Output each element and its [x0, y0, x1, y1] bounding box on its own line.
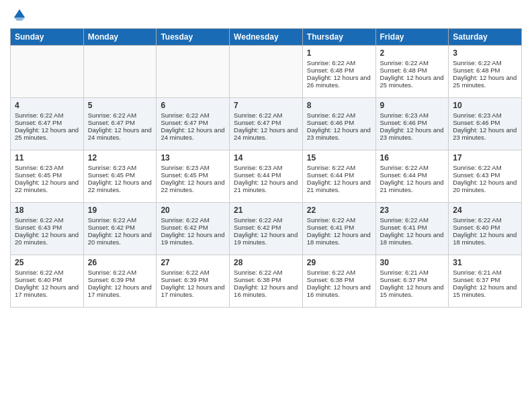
day-cell: 19Sunrise: 6:22 AMSunset: 6:42 PMDayligh… [83, 203, 157, 255]
daylight-text: Daylight: 12 hours and 23 minutes. [307, 126, 371, 141]
daylight-text: Daylight: 12 hours and 21 minutes. [234, 179, 298, 193]
header [10, 7, 522, 23]
sunrise-text: Sunrise: 6:23 AM [234, 164, 282, 171]
svg-marker-1 [14, 9, 25, 21]
sunrise-text: Sunrise: 6:22 AM [453, 164, 501, 171]
col-header-tuesday: Tuesday [157, 29, 230, 46]
sunset-text: Sunset: 6:37 PM [453, 276, 500, 283]
sunrise-text: Sunrise: 6:22 AM [234, 269, 282, 276]
sunrise-text: Sunrise: 6:22 AM [15, 269, 63, 276]
day-cell: 5Sunrise: 6:22 AMSunset: 6:47 PMDaylight… [83, 98, 157, 150]
daylight-text: Daylight: 12 hours and 24 minutes. [161, 126, 224, 141]
day-number: 15 [307, 153, 371, 163]
day-cell: 12Sunrise: 6:23 AMSunset: 6:45 PMDayligh… [83, 150, 157, 203]
daylight-text: Daylight: 12 hours and 18 minutes. [380, 231, 444, 246]
sunset-text: Sunset: 6:42 PM [88, 224, 135, 231]
day-cell: 3Sunrise: 6:22 AMSunset: 6:48 PMDaylight… [449, 46, 522, 98]
sunrise-text: Sunrise: 6:22 AM [15, 111, 63, 119]
day-cell: 6Sunrise: 6:22 AMSunset: 6:47 PMDaylight… [157, 98, 230, 150]
day-number: 7 [234, 101, 298, 110]
sunset-text: Sunset: 6:47 PM [161, 119, 208, 126]
sunrise-text: Sunrise: 6:23 AM [161, 164, 209, 171]
header-row: SundayMondayTuesdayWednesdayThursdayFrid… [11, 29, 522, 46]
daylight-text: Daylight: 12 hours and 20 minutes. [453, 179, 517, 193]
day-number: 30 [380, 258, 445, 267]
day-number: 19 [88, 205, 152, 215]
sunrise-text: Sunrise: 6:21 AM [453, 269, 501, 276]
col-header-thursday: Thursday [302, 29, 375, 46]
day-cell: 11Sunrise: 6:23 AMSunset: 6:45 PMDayligh… [11, 150, 84, 203]
day-number: 17 [453, 153, 517, 163]
day-cell: 14Sunrise: 6:23 AMSunset: 6:44 PMDayligh… [230, 150, 303, 203]
day-cell: 16Sunrise: 6:22 AMSunset: 6:44 PMDayligh… [375, 150, 449, 203]
day-number: 20 [161, 205, 225, 215]
day-cell: 20Sunrise: 6:22 AMSunset: 6:42 PMDayligh… [157, 203, 230, 255]
sunrise-text: Sunrise: 6:22 AM [380, 216, 429, 224]
daylight-text: Daylight: 12 hours and 26 minutes. [307, 74, 371, 89]
daylight-text: Daylight: 12 hours and 15 minutes. [453, 283, 517, 298]
daylight-text: Daylight: 12 hours and 17 minutes. [15, 283, 79, 298]
sunset-text: Sunset: 6:40 PM [453, 224, 500, 231]
day-number: 1 [307, 48, 371, 58]
daylight-text: Daylight: 12 hours and 23 minutes. [453, 126, 517, 141]
day-cell: 2Sunrise: 6:22 AMSunset: 6:48 PMDaylight… [375, 46, 449, 98]
day-cell [230, 46, 303, 98]
day-number: 25 [15, 258, 79, 267]
day-number: 5 [88, 101, 152, 110]
daylight-text: Daylight: 12 hours and 15 minutes. [380, 283, 444, 298]
sunset-text: Sunset: 6:40 PM [15, 276, 62, 283]
day-cell: 27Sunrise: 6:22 AMSunset: 6:39 PMDayligh… [157, 255, 230, 308]
day-number: 16 [380, 153, 445, 163]
sunrise-text: Sunrise: 6:22 AM [88, 216, 136, 224]
sunset-text: Sunset: 6:37 PM [380, 276, 427, 283]
sunset-text: Sunset: 6:46 PM [453, 119, 500, 126]
day-number: 4 [15, 101, 79, 110]
daylight-text: Daylight: 12 hours and 19 minutes. [161, 231, 224, 246]
day-number: 28 [234, 258, 298, 267]
day-cell: 26Sunrise: 6:22 AMSunset: 6:39 PMDayligh… [83, 255, 157, 308]
daylight-text: Daylight: 12 hours and 24 minutes. [234, 126, 298, 141]
sunset-text: Sunset: 6:42 PM [234, 224, 281, 231]
sunset-text: Sunset: 6:43 PM [453, 171, 500, 179]
daylight-text: Daylight: 12 hours and 17 minutes. [161, 283, 224, 298]
col-header-saturday: Saturday [449, 29, 522, 46]
day-cell: 29Sunrise: 6:22 AMSunset: 6:38 PMDayligh… [302, 255, 375, 308]
day-number: 27 [161, 258, 225, 267]
day-cell: 4Sunrise: 6:22 AMSunset: 6:47 PMDaylight… [11, 98, 84, 150]
sunset-text: Sunset: 6:47 PM [234, 119, 281, 126]
day-number: 29 [307, 258, 371, 267]
daylight-text: Daylight: 12 hours and 16 minutes. [307, 283, 371, 298]
sunrise-text: Sunrise: 6:22 AM [307, 59, 355, 66]
daylight-text: Daylight: 12 hours and 20 minutes. [88, 231, 152, 246]
week-row-2: 4Sunrise: 6:22 AMSunset: 6:47 PMDaylight… [11, 98, 522, 150]
sunset-text: Sunset: 6:44 PM [234, 171, 281, 179]
sunrise-text: Sunrise: 6:22 AM [234, 111, 282, 119]
day-number: 12 [88, 153, 152, 163]
sunrise-text: Sunrise: 6:22 AM [88, 269, 136, 276]
sunrise-text: Sunrise: 6:22 AM [161, 269, 209, 276]
daylight-text: Daylight: 12 hours and 22 minutes. [88, 179, 152, 193]
logo [10, 7, 28, 23]
sunrise-text: Sunrise: 6:22 AM [307, 164, 355, 171]
day-cell [83, 46, 157, 98]
sunrise-text: Sunrise: 6:22 AM [380, 59, 429, 66]
sunrise-text: Sunrise: 6:22 AM [161, 111, 209, 119]
sunrise-text: Sunrise: 6:22 AM [453, 59, 501, 66]
sunrise-text: Sunrise: 6:21 AM [380, 269, 429, 276]
day-cell [157, 46, 230, 98]
sunset-text: Sunset: 6:44 PM [307, 171, 354, 179]
day-cell: 15Sunrise: 6:22 AMSunset: 6:44 PMDayligh… [302, 150, 375, 203]
day-number: 31 [453, 258, 517, 267]
col-header-wednesday: Wednesday [230, 29, 303, 46]
sunset-text: Sunset: 6:38 PM [307, 276, 354, 283]
day-cell: 28Sunrise: 6:22 AMSunset: 6:38 PMDayligh… [230, 255, 303, 308]
week-row-5: 25Sunrise: 6:22 AMSunset: 6:40 PMDayligh… [11, 255, 522, 308]
sunrise-text: Sunrise: 6:23 AM [380, 111, 429, 119]
daylight-text: Daylight: 12 hours and 21 minutes. [307, 179, 371, 193]
daylight-text: Daylight: 12 hours and 20 minutes. [15, 231, 79, 246]
day-cell: 18Sunrise: 6:22 AMSunset: 6:43 PMDayligh… [11, 203, 84, 255]
calendar-table: SundayMondayTuesdayWednesdayThursdayFrid… [10, 28, 522, 308]
sunrise-text: Sunrise: 6:23 AM [88, 164, 136, 171]
day-cell: 13Sunrise: 6:23 AMSunset: 6:45 PMDayligh… [157, 150, 230, 203]
day-cell: 1Sunrise: 6:22 AMSunset: 6:48 PMDaylight… [302, 46, 375, 98]
